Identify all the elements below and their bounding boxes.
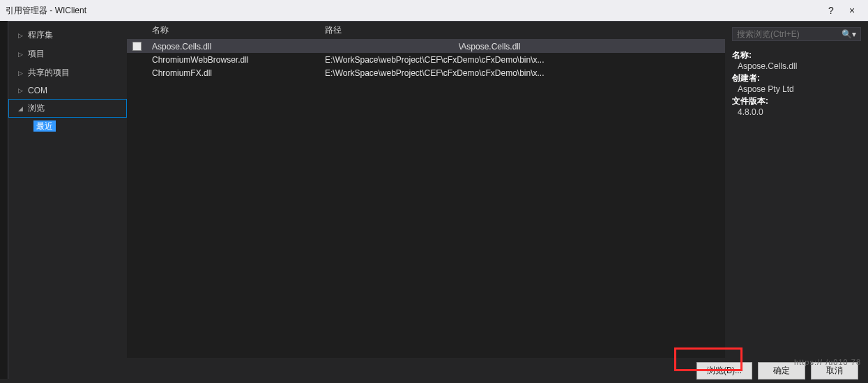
row-path: E:\WorkSpace\webProject\CEF\cFxDemo\cFxD… — [319, 55, 725, 65]
sidebar-item-shared[interactable]: ▷共享的项目 — [8, 63, 127, 82]
rows-container: Aspose.Cells.dll \Aspose.Cells.dll Chrom… — [127, 40, 725, 358]
footer: 浏览(B)... 确定 取消 — [0, 358, 868, 383]
column-path[interactable]: 路径 — [319, 22, 725, 39]
detail-name-value: Aspose.Cells.dll — [732, 61, 861, 71]
sidebar-item-projects[interactable]: ▷项目 — [8, 45, 127, 63]
sidebar-sub-recent[interactable]: 最近 — [8, 120, 127, 132]
detail-name-label: 名称: — [732, 49, 861, 61]
row-checkbox[interactable] — [127, 42, 146, 51]
sidebar-item-browse[interactable]: ◢浏览 — [8, 99, 127, 118]
column-headers: 名称 路径 — [127, 22, 725, 40]
row-name: ChromiumWebBrowser.dll — [146, 55, 319, 65]
window-title: 引用管理器 - WIClient — [6, 5, 821, 17]
row-name: Aspose.Cells.dll — [146, 42, 319, 52]
detail-version-label: 文件版本: — [732, 95, 861, 107]
table-row[interactable]: ChromiumWebBrowser.dll E:\WorkSpace\webP… — [127, 53, 725, 66]
search-box[interactable]: 🔍▾ — [732, 27, 861, 41]
detail-creator-label: 创建者: — [732, 72, 861, 84]
column-check — [127, 22, 146, 39]
browse-button[interactable]: 浏览(B)... — [696, 362, 752, 380]
detail-creator-value: Aspose Pty Ltd — [732, 84, 861, 94]
search-icon[interactable]: 🔍▾ — [842, 29, 856, 39]
detail-version-value: 4.8.0.0 — [732, 107, 861, 117]
title-bar: 引用管理器 - WIClient ? × — [0, 0, 868, 21]
watermark: https:// /u010 78 — [794, 358, 861, 366]
sidebar-item-com[interactable]: ▷COM — [8, 82, 127, 99]
row-path: E:\WorkSpace\webProject\CEF\cFxDemo\cFxD… — [319, 68, 725, 78]
close-button[interactable]: × — [842, 5, 862, 16]
table-row[interactable]: Aspose.Cells.dll \Aspose.Cells.dll — [127, 40, 725, 53]
row-name: ChromiumFX.dll — [146, 68, 319, 78]
search-input[interactable] — [737, 29, 842, 39]
column-name[interactable]: 名称 — [146, 22, 319, 39]
details-panel: 🔍▾ 名称: Aspose.Cells.dll 创建者: Aspose Pty … — [725, 22, 868, 358]
content-area: 名称 路径 Aspose.Cells.dll \Aspose.Cells.dll… — [127, 22, 725, 358]
sidebar-item-assemblies[interactable]: ▷程序集 — [8, 26, 127, 45]
help-button[interactable]: ? — [821, 5, 842, 16]
sidebar: ▷程序集 ▷项目 ▷共享的项目 ▷COM ◢浏览 最近 — [8, 22, 127, 358]
table-row[interactable]: ChromiumFX.dll E:\WorkSpace\webProject\C… — [127, 66, 725, 79]
row-path: \Aspose.Cells.dll — [319, 42, 725, 52]
